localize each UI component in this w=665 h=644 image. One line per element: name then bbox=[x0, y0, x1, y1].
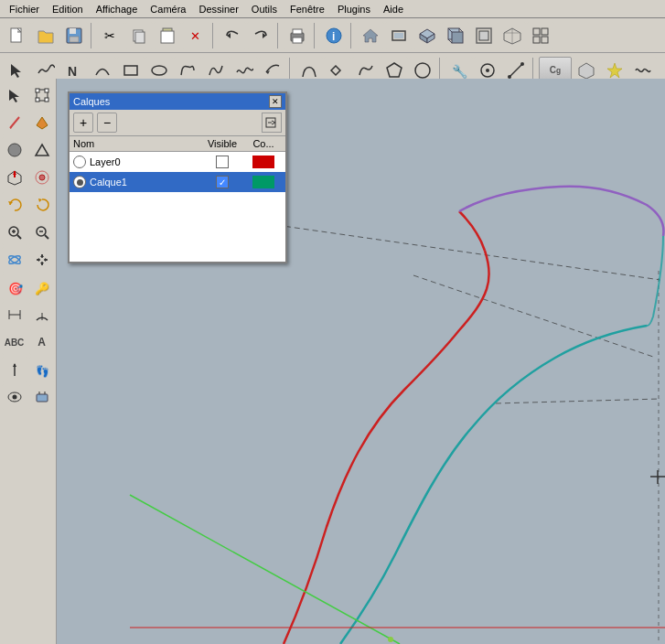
layers-body: Layer0 Calque1 ✓ bbox=[70, 152, 285, 262]
layers-header: Nom Visible Co... bbox=[70, 136, 285, 152]
triangle-tool-side[interactable] bbox=[29, 137, 55, 163]
col-header-name: Nom bbox=[73, 138, 199, 149]
layers-close-button[interactable]: ✕ bbox=[269, 95, 282, 108]
svg-rect-39 bbox=[124, 66, 137, 75]
target-tool[interactable]: 🎯 bbox=[2, 274, 27, 300]
pan-tool[interactable] bbox=[29, 247, 55, 273]
delete-button[interactable]: ✕ bbox=[182, 22, 209, 49]
rotate-tool[interactable] bbox=[2, 192, 27, 218]
menu-affichage[interactable]: Affichage bbox=[91, 2, 144, 16]
layer0-color-cell[interactable] bbox=[245, 156, 282, 168]
svg-text:✂: ✂ bbox=[104, 28, 115, 43]
3dtext-tool[interactable]: A bbox=[29, 329, 55, 355]
info-button[interactable]: i bbox=[320, 22, 348, 49]
text-tool[interactable]: ABC bbox=[2, 329, 27, 355]
protractor-tool[interactable] bbox=[29, 302, 55, 327]
svg-text:🔧: 🔧 bbox=[452, 64, 468, 80]
svg-point-46 bbox=[486, 69, 489, 72]
menu-aide[interactable]: Aide bbox=[378, 2, 409, 16]
undo-button[interactable] bbox=[219, 22, 246, 49]
layer0-radio[interactable] bbox=[73, 156, 86, 168]
menu-fichier[interactable]: Fichier bbox=[4, 2, 45, 16]
calque1-visible[interactable]: ✓ bbox=[199, 176, 245, 188]
footstep-tool[interactable]: 👣 bbox=[29, 357, 55, 382]
svg-rect-6 bbox=[135, 32, 145, 43]
print-button[interactable] bbox=[284, 22, 311, 49]
svg-rect-34 bbox=[542, 28, 548, 35]
open-button[interactable] bbox=[32, 22, 59, 49]
svg-marker-42 bbox=[387, 63, 402, 77]
pencil-tool[interactable] bbox=[2, 110, 27, 135]
menu-camera[interactable]: Caméra bbox=[145, 2, 191, 16]
layer-row-layer0[interactable]: Layer0 bbox=[70, 152, 285, 172]
layers-toolbar: + − bbox=[70, 110, 285, 136]
svg-marker-74 bbox=[38, 199, 42, 202]
orbit-tool[interactable] bbox=[2, 247, 27, 273]
layers-title: Calques bbox=[73, 96, 110, 107]
svg-text:👣: 👣 bbox=[36, 364, 49, 378]
cage-button[interactable] bbox=[527, 22, 554, 49]
svg-point-71 bbox=[39, 175, 45, 180]
offset-tool[interactable] bbox=[29, 165, 55, 190]
extra-tool[interactable] bbox=[29, 384, 55, 410]
layers-titlebar: Calques ✕ bbox=[70, 93, 285, 110]
calque1-checkbox[interactable]: ✓ bbox=[216, 176, 229, 188]
svg-rect-61 bbox=[36, 98, 39, 102]
axis-tool[interactable] bbox=[2, 357, 27, 382]
svg-line-47 bbox=[509, 64, 522, 77]
view-3d-button[interactable] bbox=[499, 22, 526, 49]
svg-marker-95 bbox=[13, 363, 16, 367]
calque1-color-cell[interactable] bbox=[245, 176, 282, 188]
view-tool[interactable] bbox=[2, 384, 27, 410]
layer0-visible[interactable] bbox=[199, 156, 245, 168]
layer-row-calque1[interactable]: Calque1 ✓ bbox=[70, 172, 285, 192]
menu-plugins[interactable]: Plugins bbox=[332, 2, 376, 16]
scale-tool[interactable] bbox=[29, 192, 55, 218]
svg-point-40 bbox=[152, 66, 166, 75]
svg-point-98 bbox=[12, 395, 16, 400]
menu-fenetre[interactable]: Fenêtre bbox=[284, 2, 330, 16]
svg-text:✕: ✕ bbox=[190, 29, 200, 43]
frame-button[interactable] bbox=[470, 22, 498, 49]
menu-outils[interactable]: Outils bbox=[246, 2, 283, 16]
col-header-visible: Visible bbox=[199, 138, 245, 149]
circle-tool-side[interactable] bbox=[2, 137, 27, 163]
layers-titlebar-left: Calques bbox=[73, 96, 110, 107]
toolbar-sep-5 bbox=[350, 23, 354, 48]
save-button[interactable] bbox=[60, 22, 88, 49]
dimension-tool[interactable] bbox=[2, 302, 27, 327]
layer0-checkbox[interactable] bbox=[216, 156, 229, 168]
select-tool[interactable] bbox=[2, 82, 27, 108]
copy-button[interactable] bbox=[125, 22, 153, 49]
transform-tool[interactable] bbox=[29, 82, 55, 108]
svg-marker-37 bbox=[11, 64, 21, 78]
svg-point-66 bbox=[8, 144, 21, 156]
view-rect-button[interactable] bbox=[385, 22, 413, 49]
svg-rect-33 bbox=[533, 28, 540, 35]
calque1-radio[interactable] bbox=[73, 176, 86, 188]
svg-text:i: i bbox=[332, 30, 335, 43]
menu-edition[interactable]: Edition bbox=[47, 2, 89, 16]
layer-remove-button[interactable]: − bbox=[97, 113, 117, 133]
box-view-button[interactable] bbox=[442, 22, 469, 49]
new-button[interactable] bbox=[4, 22, 31, 49]
layer-export-button[interactable] bbox=[262, 113, 282, 133]
push-pull-tool[interactable] bbox=[2, 165, 27, 190]
home-view-button[interactable] bbox=[357, 22, 384, 49]
menu-dessiner[interactable]: Dessiner bbox=[193, 2, 243, 16]
redo-button[interactable] bbox=[247, 22, 274, 49]
svg-point-49 bbox=[520, 62, 524, 66]
zoom-tool[interactable] bbox=[2, 220, 27, 245]
svg-rect-60 bbox=[45, 89, 48, 92]
iso-view-button[interactable] bbox=[413, 22, 441, 49]
zoom-ext-tool[interactable] bbox=[29, 220, 55, 245]
cut-button[interactable]: ✂ bbox=[97, 22, 124, 49]
svg-marker-87 bbox=[45, 258, 48, 262]
svg-line-63 bbox=[10, 117, 19, 128]
layer-add-button[interactable]: + bbox=[73, 113, 93, 133]
svg-line-26 bbox=[459, 28, 463, 32]
svg-rect-62 bbox=[45, 98, 48, 102]
key-tool[interactable]: 🔑 bbox=[29, 274, 55, 300]
paste-button[interactable] bbox=[154, 22, 181, 49]
fill-tool[interactable] bbox=[29, 110, 55, 135]
